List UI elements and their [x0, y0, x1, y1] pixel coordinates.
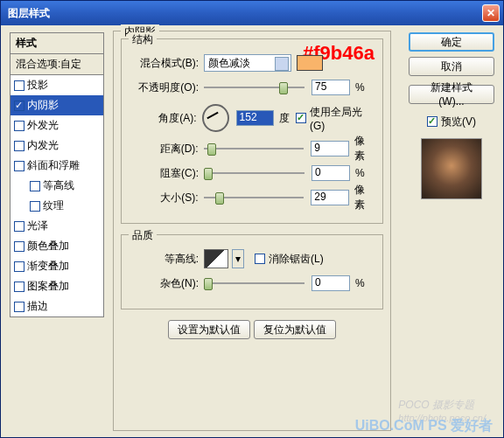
style-label: 斜面和浮雕 — [27, 158, 80, 173]
style-item-7[interactable]: 光泽 — [10, 216, 103, 236]
preview-label: 预览(V) — [441, 115, 476, 129]
style-checkbox[interactable] — [30, 201, 40, 212]
distance-label: 距离(D): — [129, 142, 199, 156]
watermark: POCO 摄影专题 http://photo.poco.cn/ — [398, 398, 486, 423]
angle-unit: 度 — [279, 111, 290, 126]
style-checkbox[interactable] — [14, 121, 24, 131]
noise-input[interactable]: 0 — [312, 275, 350, 291]
window-title: 图层样式 — [4, 6, 482, 21]
style-item-4[interactable]: 斜面和浮雕 — [10, 156, 103, 176]
style-item-9[interactable]: 渐变叠加 — [10, 256, 103, 276]
quality-legend: 品质 — [129, 228, 157, 243]
noise-unit: % — [355, 277, 365, 289]
noise-label: 杂色(N): — [129, 276, 199, 291]
style-checkbox[interactable] — [14, 302, 24, 312]
structure-legend: 结构 — [129, 32, 157, 47]
style-checkbox[interactable] — [14, 141, 24, 151]
style-label: 光泽 — [27, 219, 48, 233]
style-checkbox[interactable] — [14, 80, 24, 91]
preview-thumbnail — [421, 138, 482, 199]
angle-label: 角度(A): — [129, 111, 197, 126]
contour-label: 等高线: — [129, 252, 199, 267]
ok-button[interactable]: 确定 — [409, 32, 494, 52]
choke-input[interactable]: 0 — [312, 165, 350, 181]
angle-input[interactable]: 152 — [236, 110, 274, 126]
reset-default-button[interactable]: 复位为默认值 — [254, 320, 336, 339]
styles-header[interactable]: 样式 — [10, 33, 103, 54]
antialias-checkbox[interactable] — [255, 254, 265, 264]
global-light-label: 使用全局光(G) — [310, 105, 375, 132]
style-label: 描边 — [27, 299, 48, 314]
style-item-11[interactable]: 描边 — [10, 296, 103, 316]
choke-label: 阻塞(C): — [129, 166, 199, 181]
antialias-label: 消除锯齿(L) — [269, 252, 324, 267]
choke-unit: % — [355, 167, 365, 179]
style-item-10[interactable]: 图案叠加 — [10, 276, 103, 296]
opacity-input[interactable]: 75 — [312, 80, 350, 95]
style-checkbox[interactable] — [14, 241, 24, 252]
preview-checkbox[interactable] — [427, 116, 438, 127]
contour-dropdown[interactable]: ▾ — [232, 249, 244, 268]
size-label: 大小(S): — [129, 191, 199, 205]
styles-list: 样式 混合选项:自定 投影内阴影外发光内发光斜面和浮雕等高线纹理光泽颜色叠加渐变… — [10, 32, 104, 317]
style-label: 纹理 — [43, 198, 64, 213]
style-item-3[interactable]: 内发光 — [10, 136, 103, 156]
style-checkbox[interactable] — [14, 221, 24, 232]
style-item-2[interactable]: 外发光 — [10, 115, 103, 136]
style-item-1[interactable]: 内阴影 — [10, 95, 103, 115]
size-unit: 像素 — [354, 183, 375, 212]
style-label: 渐变叠加 — [27, 259, 69, 274]
blend-mode-select[interactable]: 颜色减淡 — [204, 54, 291, 72]
style-checkbox[interactable] — [14, 282, 24, 292]
structure-group: 结构 混合模式(B): 颜色减淡 不透明度(O): 75 % 角度(A): — [121, 38, 383, 224]
angle-dial[interactable] — [202, 104, 229, 132]
style-label: 外发光 — [27, 118, 59, 133]
blending-options-item[interactable]: 混合选项:自定 — [10, 54, 103, 75]
style-label: 颜色叠加 — [27, 239, 69, 254]
size-slider[interactable] — [204, 191, 304, 205]
style-item-6[interactable]: 纹理 — [10, 196, 103, 216]
titlebar[interactable]: 图层样式 ✕ — [1, 1, 503, 25]
distance-slider[interactable] — [204, 142, 304, 156]
new-style-button[interactable]: 新建样式(W)... — [409, 85, 494, 104]
noise-slider[interactable] — [204, 276, 304, 290]
opacity-label: 不透明度(O): — [129, 80, 199, 95]
style-checkbox[interactable] — [14, 101, 24, 111]
style-item-5[interactable]: 等高线 — [10, 176, 103, 196]
style-checkbox[interactable] — [14, 161, 24, 171]
style-label: 内发光 — [27, 138, 59, 153]
distance-unit: 像素 — [354, 134, 375, 163]
close-button[interactable]: ✕ — [482, 4, 500, 22]
cancel-button[interactable]: 取消 — [409, 57, 494, 76]
style-checkbox[interactable] — [14, 261, 24, 272]
style-label: 图案叠加 — [27, 279, 69, 294]
global-light-checkbox[interactable] — [296, 113, 306, 123]
style-item-0[interactable]: 投影 — [10, 75, 103, 95]
layer-style-dialog: 图层样式 ✕ 样式 混合选项:自定 投影内阴影外发光内发光斜面和浮雕等高线纹理光… — [0, 0, 504, 438]
make-default-button[interactable]: 设置为默认值 — [168, 320, 250, 339]
contour-swatch[interactable] — [204, 249, 228, 268]
quality-group: 品质 等高线: ▾ 消除锯齿(L) 杂色(N): 0 % — [121, 234, 383, 309]
style-label: 内阴影 — [27, 98, 59, 113]
opacity-slider[interactable] — [204, 80, 304, 94]
opacity-unit: % — [355, 81, 365, 94]
style-checkbox[interactable] — [30, 181, 40, 191]
style-item-8[interactable]: 颜色叠加 — [10, 236, 103, 256]
color-swatch[interactable] — [297, 55, 323, 71]
style-label: 等高线 — [43, 178, 74, 193]
inner-shadow-panel: 内阴影 #f9b46a 结构 混合模式(B): 颜色减淡 不透明度(O): 75… — [113, 31, 391, 431]
distance-input[interactable]: 9 — [311, 141, 349, 156]
style-label: 投影 — [27, 78, 48, 93]
blend-mode-label: 混合模式(B): — [129, 56, 199, 71]
right-panel: 确定 取消 新建样式(W)... 预览(V) — [409, 32, 494, 199]
size-input[interactable]: 29 — [311, 190, 349, 205]
choke-slider[interactable] — [204, 166, 304, 180]
